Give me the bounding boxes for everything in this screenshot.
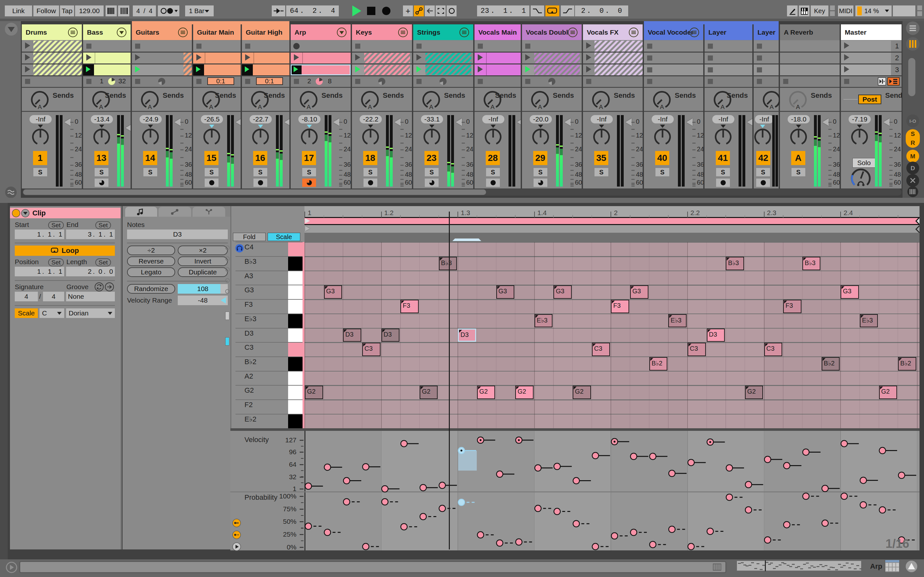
svg-text:D: D [911,165,915,171]
svg-text:A: A [599,103,603,110]
svg-text:A: A [429,103,433,110]
svg-text:A: A [660,103,664,110]
svg-text:A: A [491,103,495,110]
svg-text:A: A [796,103,800,110]
svg-text:A: A [720,103,725,110]
svg-text:A: A [770,103,774,110]
svg-text:I-O: I-O [909,118,916,124]
svg-text:A: A [538,103,542,110]
svg-text:A: A [99,103,103,110]
svg-text:A: A [258,103,262,110]
svg-text:M: M [910,153,915,160]
svg-text:A: A [368,103,372,110]
svg-text:A: A [209,103,213,110]
svg-text:A: A [148,103,152,110]
svg-text:A: A [307,103,311,110]
svg-text:A: A [38,103,42,110]
